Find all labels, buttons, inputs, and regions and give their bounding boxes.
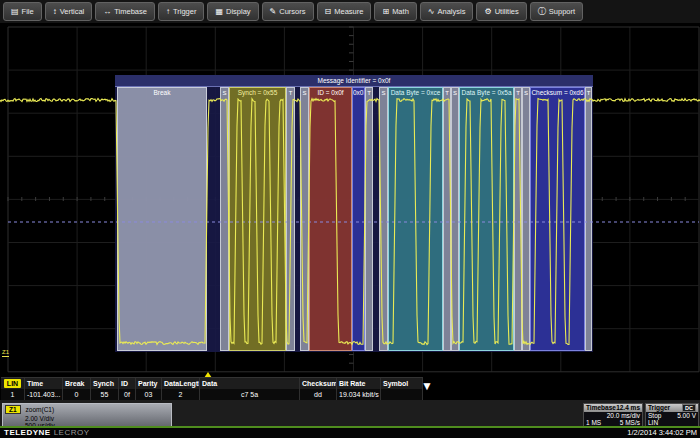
- menu-support[interactable]: ⓘSupport: [530, 2, 583, 21]
- decode-segment-data2: Data Byte = 0x5a: [459, 87, 514, 351]
- decode-segment-stop: T: [365, 87, 373, 351]
- timebase-title: Timebase: [586, 404, 616, 412]
- cell-bitrate: 19.034 kbit/s: [337, 389, 381, 400]
- menu-file-label: File: [22, 7, 34, 16]
- menu-file[interactable]: ▤File: [3, 2, 42, 21]
- decode-segment-label: S: [380, 89, 387, 97]
- vertical-icon: ↕: [53, 8, 57, 16]
- decode-segment-break: Break: [117, 87, 207, 351]
- brand-lecroy: LECROY: [54, 428, 90, 437]
- menu-timebase-label: Timebase: [114, 7, 147, 16]
- decode-segment-start: S: [451, 87, 459, 351]
- cell-index: 1: [1, 389, 25, 400]
- table-header-row: LIN Time Break Synch ID Parity DataLengt…: [1, 378, 423, 389]
- menu-display[interactable]: ▦Display: [207, 2, 258, 21]
- protocol-badge[interactable]: LIN: [1, 378, 25, 389]
- decode-segment-label: S: [301, 89, 308, 97]
- cell-checksum: dd: [300, 389, 337, 400]
- cell-id: 0f: [119, 389, 136, 400]
- decode-segment-label: T: [515, 89, 521, 97]
- decode-segment-id: ID = 0x0f: [309, 87, 352, 351]
- measure-icon: ⊟: [325, 8, 332, 16]
- menu-utilities[interactable]: ⚙Utilities: [476, 2, 526, 21]
- trigger-level: 5.00 V: [677, 412, 696, 419]
- menu-vertical-label: Vertical: [60, 7, 85, 16]
- col-synch[interactable]: Synch: [91, 378, 119, 389]
- decode-segment-start: S: [522, 87, 530, 351]
- decode-segment-label: T: [287, 89, 294, 97]
- cell-parity: 03: [136, 389, 162, 400]
- menu-cursors[interactable]: ✎Cursors: [262, 2, 314, 21]
- decode-segment-label: T: [444, 89, 450, 97]
- utilities-icon: ⚙: [484, 8, 491, 16]
- decode-segment-stop: T: [286, 87, 295, 351]
- menu-utilities-label: Utilities: [495, 7, 519, 16]
- trigger-descriptor[interactable]: Trigger DC Stop 5.00 V LIN: [645, 403, 699, 427]
- col-bitrate[interactable]: Bit Rate: [337, 378, 381, 389]
- decode-segment-stop: T: [443, 87, 451, 351]
- lin-decode-table: LIN Time Break Synch ID Parity DataLengt…: [1, 377, 423, 400]
- support-icon: ⓘ: [538, 8, 546, 16]
- menu-trigger-label: Trigger: [173, 7, 196, 16]
- trace-label-z1: Z1: [2, 349, 9, 357]
- col-data[interactable]: Data: [200, 378, 300, 389]
- file-icon: ▤: [11, 8, 19, 16]
- zoom-trace-descriptor[interactable]: Z1 zoom(C1) 2.00 V/div 500 µs/div: [2, 403, 172, 427]
- trigger-type: LIN: [648, 419, 658, 426]
- decode-segment-label: S: [452, 89, 458, 97]
- brand-teledyne: TELEDYNE: [4, 428, 51, 437]
- decode-segment-label: ID = 0x0f: [310, 89, 351, 97]
- timebase-rate: 5 MS/s: [620, 419, 640, 426]
- col-break[interactable]: Break: [63, 378, 91, 389]
- decode-segment-stop: T: [585, 87, 592, 351]
- col-symbol[interactable]: Symbol: [381, 378, 423, 389]
- decode-segment-start: S: [300, 87, 309, 351]
- math-icon: ⊞: [382, 8, 389, 16]
- decode-segment-parity: 0x03: [352, 87, 365, 351]
- menu-math[interactable]: ⊞Math: [374, 2, 416, 21]
- decode-segment-label: T: [586, 89, 591, 97]
- cell-datalength: 2: [162, 389, 200, 400]
- protocol-badge-label: LIN: [4, 379, 21, 388]
- timebase-samples: 1 MS: [586, 419, 601, 426]
- cell-synch: 55: [91, 389, 119, 400]
- menu-bar: ▤File ↕Vertical ↔Timebase ↑Trigger ▦Disp…: [0, 0, 700, 24]
- menu-analysis[interactable]: ∿Analysis: [420, 2, 474, 21]
- menu-trigger[interactable]: ↑Trigger: [158, 2, 204, 21]
- trigger-mode: Stop: [648, 412, 661, 419]
- timebase-descriptor[interactable]: Timebase 12.4 ms 20.0 ms/div 1 MS 5 MS/s: [583, 403, 643, 427]
- decode-segment-label: Data Byte = 0xce: [389, 89, 442, 97]
- menu-vertical[interactable]: ↕Vertical: [45, 2, 93, 21]
- cell-data: c7 5a: [200, 389, 300, 400]
- menu-math-label: Math: [392, 7, 409, 16]
- decode-segment-label: 0x03: [353, 89, 364, 97]
- decode-segment-label: Data Byte = 0x5a: [460, 89, 513, 97]
- decode-segment-label: S: [523, 89, 529, 97]
- bottom-status-strip: Z1 zoom(C1) 2.00 V/div 500 µs/div Timeba…: [0, 400, 700, 428]
- teledyne-lecroy-logo: TELEDYNELECROY: [4, 428, 90, 438]
- col-time[interactable]: Time: [25, 378, 63, 389]
- cursors-icon: ✎: [270, 8, 277, 16]
- decode-segment-start: S: [220, 87, 229, 351]
- col-id[interactable]: ID: [119, 378, 136, 389]
- menu-cursors-label: Cursors: [279, 7, 305, 16]
- timebase-icon: ↔: [103, 8, 111, 16]
- menu-display-label: Display: [226, 7, 251, 16]
- decode-segment-data1: Data Byte = 0xce: [388, 87, 443, 351]
- display-icon: ▦: [215, 8, 223, 16]
- timebase-offset: 12.4 ms: [616, 404, 640, 412]
- timebase-tdiv: 20.0 ms/div: [607, 412, 640, 419]
- decode-segment-synch: Synch = 0x55: [229, 87, 286, 351]
- table-expand-button[interactable]: ▼: [421, 380, 433, 392]
- menu-measure[interactable]: ⊟Measure: [317, 2, 372, 21]
- col-parity[interactable]: Parity: [136, 378, 162, 389]
- menu-timebase[interactable]: ↔Timebase: [95, 2, 155, 21]
- cell-time: -101.403...: [25, 389, 63, 400]
- col-checksum[interactable]: Checksum: [300, 378, 337, 389]
- zoom-vdiv: 2.00 V/div: [3, 415, 171, 422]
- branding-bar: TELEDYNELECROY 1/2/2014 3:44:02 PM: [0, 428, 700, 438]
- decode-segment-start: S: [379, 87, 388, 351]
- cell-symbol: [381, 389, 423, 400]
- col-datalength[interactable]: DataLength: [162, 378, 200, 389]
- table-row[interactable]: 1 -101.403... 0 55 0f 03 2 c7 5a dd 19.0…: [1, 389, 423, 400]
